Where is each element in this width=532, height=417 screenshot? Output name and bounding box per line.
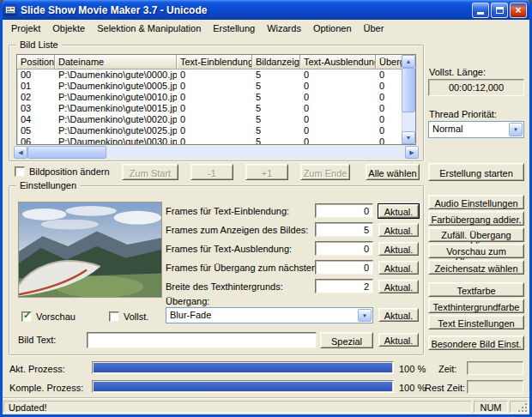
cell-position: 00 [17,70,55,81]
plus-one-button[interactable]: +1 [245,164,288,180]
besondere-bild-einst-button[interactable]: Besondere Bild Einst. [428,335,524,350]
close-button[interactable]: × [510,3,527,18]
menu-erstellung[interactable]: Erstellung [207,21,261,35]
zeit-label: Zeit: [438,364,456,374]
farbuebergang-addier-button[interactable]: Farbübergang addier. [428,211,524,226]
cell-bildanzeige: 5 [252,136,300,144]
cell-bildanzeige: 5 [252,92,300,103]
vertical-scroll-thumb[interactable] [402,68,415,112]
checkbox-box: ✓ [21,311,32,322]
erstellung-starten-button[interactable]: Erstellung starten [428,163,524,181]
table-row[interactable]: 06 P:\Daumenkino\gute\0030.jpeg 0 5 0 0 [17,136,402,144]
vorschau-checkbox[interactable]: ✓ Vorschau [21,311,76,322]
spezial-button[interactable]: Spezial [320,332,373,348]
column-header-bildanzeige[interactable]: Bildanzeige [252,55,300,70]
frames-text-einblendung-input[interactable] [315,203,373,218]
column-header-position[interactable]: Position [17,55,55,70]
cell-position: 04 [17,114,55,125]
zeichensatz-waehlen-button[interactable]: Zeichensatz wählen [428,260,524,275]
bildposition-checkbox[interactable]: Bildposition ändern [15,166,110,177]
scroll-right-button[interactable]: ▶ [405,146,419,159]
audio-einstellungen-button[interactable]: Audio Einstellungen [428,195,524,209]
table-row[interactable]: 04 P:\Daumenkino\gute\0020.jpeg 0 5 0 0 [17,114,402,125]
scroll-down-button[interactable]: ▼ [402,131,415,144]
minimize-button[interactable] [472,3,489,18]
aktual-button-ausblendung[interactable]: Aktual. [378,242,419,256]
menu-ueber[interactable]: Über [358,21,390,35]
cell-uebergang: 0 [376,92,402,103]
menu-selektion-manipulation[interactable]: Selektion & Manipulation [91,21,207,35]
frames-uebergang-input[interactable] [315,260,373,275]
column-header-uebergang[interactable]: Übergang [376,55,402,70]
vorschau-zum-uebergang-button[interactable]: Vorschau zum Übergang [428,244,524,258]
bildposition-label: Bildposition ändern [29,166,110,177]
frames-text-ausblendung-input[interactable] [315,241,373,256]
status-num-indicator: NUM [474,401,508,413]
app-icon [3,3,17,17]
vollst-label: Vollst. [124,311,148,322]
text-einstellungen-button[interactable]: Text Einstellungen [428,315,524,329]
resize-grip[interactable] [517,402,529,414]
textfarbe-button[interactable]: Textfarbe [428,282,524,297]
cell-position: 05 [17,125,55,136]
breite-texthintergrund-input[interactable] [315,279,373,293]
table-row[interactable]: 05 P:\Daumenkino\gute\0025.jpeg 0 5 0 0 [17,125,402,136]
cell-position: 06 [17,136,55,144]
menu-objekte[interactable]: Objekte [46,21,91,35]
zufaell-uebergang-addier-button[interactable]: Zufäll. Übergang addier. [428,227,524,242]
cell-uebergang: 0 [376,70,402,81]
scroll-up-button[interactable]: ▲ [402,55,415,68]
cell-ausblendung: 0 [300,81,376,92]
down-arrow-icon: ▼ [406,135,412,141]
menu-projekt[interactable]: Projekt [5,21,46,35]
aktual-button-texthintergrund[interactable]: Aktual. [378,280,419,293]
uebergang-dropdown[interactable]: Blur-Fade ▼ [166,307,373,323]
table-row[interactable]: 03 P:\Daumenkino\gute\0015.jpeg 0 5 0 0 [17,103,402,114]
uebergang-value: Blur-Fade [170,310,211,320]
texthintergrundfarbe-button[interactable]: Texthintergrundfarbe [428,299,524,313]
table-row[interactable]: 02 P:\Daumenkino\gute\0010.jpeg 0 5 0 0 [17,92,402,103]
setting-label: Frames für Text-Einblendung: [166,206,289,216]
cell-uebergang: 0 [376,136,402,144]
chevron-down-icon[interactable]: ▼ [358,309,372,322]
akt-prozess-label: Akt. Prozess: [9,364,65,374]
column-header-dateiname[interactable]: Dateiname [55,55,177,70]
menu-wizards[interactable]: Wizards [261,21,307,35]
alle-waehlen-button[interactable]: Alle wählen [366,164,420,180]
image-list-header: Position Dateiname Text-Einblendung Bild… [17,55,402,70]
cell-dateiname: P:\Daumenkino\gute\0020.jpeg [55,114,177,125]
vollst-checkbox[interactable]: Vollst. [109,311,148,322]
scroll-left-button[interactable]: ◀ [14,146,27,159]
zum-ende-button[interactable]: Zum Ende [300,164,350,180]
minimize-icon [477,12,484,15]
setting-label: Frames für Übergang zum nächsten Bild: [166,263,338,273]
setting-row-uebergang-frames: Frames für Übergang zum nächsten Bild: A… [9,260,425,275]
cell-ausblendung: 0 [300,103,376,114]
minus-one-button[interactable]: -1 [190,164,233,180]
bild-text-input[interactable] [87,332,317,348]
bild-liste-group-label: Bild Liste [16,39,62,50]
einstellungen-group: Einstellungen Frames für Text-Einblendun [9,185,424,355]
menu-optionen[interactable]: Optionen [307,21,358,35]
aktual-button-uebergang[interactable]: Aktual. [378,308,419,322]
cell-uebergang: 0 [376,81,402,92]
table-row[interactable]: 00 P:\Daumenkino\gute\0000.jpeg 0 5 0 0 [17,70,402,81]
aktual-button-uebergang-frames[interactable]: Aktual. [378,261,419,275]
vertical-scrollbar[interactable]: ▲ ▼ [402,55,415,144]
maximize-button[interactable] [491,3,508,18]
column-header-text-einblendung[interactable]: Text-Einblendung [177,55,252,70]
frames-anzeigen-input[interactable] [315,222,373,237]
table-row[interactable]: 01 P:\Daumenkino\gute\0005.jpeg 0 5 0 0 [17,81,402,92]
column-header-text-ausblendung[interactable]: Text-Ausblendung [300,55,376,70]
prioritaet-dropdown[interactable]: Normal ▼ [428,121,524,138]
horizontal-scrollbar[interactable]: ◀ ▶ [14,146,419,159]
aktual-button-einblendung[interactable]: Aktual. [378,204,419,218]
zum-start-button[interactable]: Zum Start [122,164,178,180]
setting-label: Breite des Texthintergrunds: [166,281,283,292]
image-list[interactable]: Position Dateiname Text-Einblendung Bild… [16,54,416,145]
aktual-button-anzeigen[interactable]: Aktual. [378,223,419,237]
horizontal-scroll-thumb[interactable] [27,146,106,159]
chevron-down-icon[interactable]: ▼ [509,123,523,136]
aktual-button-bild-text[interactable]: Aktual. [378,333,419,347]
left-arrow-icon: ◀ [18,149,22,155]
